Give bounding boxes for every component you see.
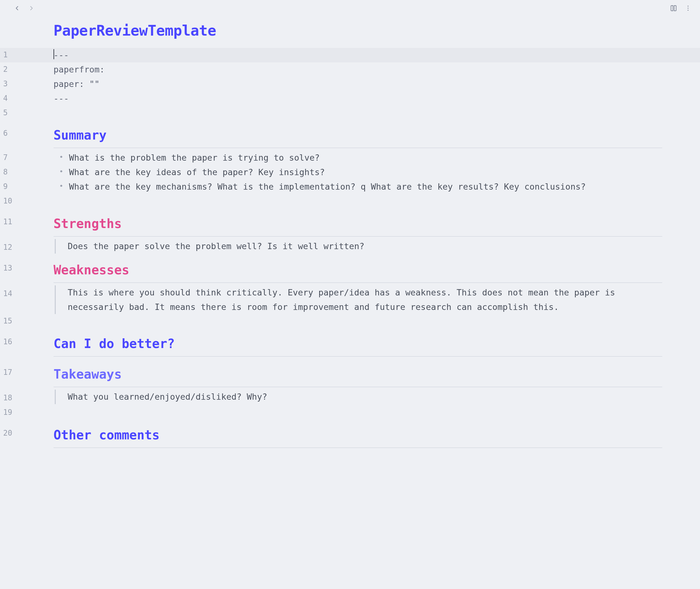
blockquote: This is where you should think criticall… — [55, 285, 700, 314]
editor-line[interactable]: 5 — [0, 106, 700, 120]
editor-line[interactable]: 3 paper: "" — [0, 77, 700, 91]
line-number: 15 — [0, 314, 53, 329]
heading-other-comments: Other comments — [53, 424, 662, 448]
line-number: 17 — [0, 359, 53, 382]
list-item: What are the key ideas of the paper? Key… — [69, 165, 662, 180]
line-number: 1 — [0, 48, 53, 62]
editor-line[interactable]: 18 What you learned/enjoyed/disliked? Wh… — [0, 390, 700, 405]
list-item: What are the key mechanisms? What is the… — [69, 180, 662, 194]
frontmatter-open: --- — [53, 50, 69, 60]
list-item: What is the problem the paper is trying … — [69, 151, 662, 165]
line-number: 13 — [0, 255, 53, 277]
bullet-icon: • — [53, 165, 63, 180]
editor-line[interactable]: 9 • What are the key mechanisms? What is… — [0, 180, 700, 194]
svg-point-0 — [688, 6, 689, 7]
editor-line[interactable]: 19 — [0, 405, 700, 420]
editor-line[interactable]: 1 --- — [0, 48, 700, 62]
line-number: 20 — [0, 420, 53, 442]
line-number: 12 — [0, 239, 53, 255]
more-options-icon[interactable] — [684, 4, 692, 13]
line-number: 10 — [0, 194, 53, 208]
editor-line[interactable]: 14 This is where you should think critic… — [0, 285, 700, 314]
svg-point-2 — [688, 10, 689, 11]
line-number: 19 — [0, 405, 53, 420]
line-number: 16 — [0, 329, 53, 351]
heading-summary: Summary — [53, 125, 662, 148]
document: PaperReviewTemplate 1 --- 2 paperfrom: 3… — [0, 14, 700, 469]
forward-icon[interactable] — [27, 4, 36, 13]
line-number: 8 — [0, 165, 53, 180]
line-number: 18 — [0, 390, 53, 405]
editor-line[interactable]: 15 — [0, 314, 700, 329]
blockquote: What you learned/enjoyed/disliked? Why? — [55, 390, 700, 404]
page-title[interactable]: PaperReviewTemplate — [53, 22, 687, 39]
editor-line[interactable]: 20 Other comments — [0, 420, 700, 450]
back-icon[interactable] — [13, 4, 21, 13]
editor-line[interactable]: 7 • What is the problem the paper is try… — [0, 151, 700, 165]
line-number: 11 — [0, 208, 53, 231]
editor-line[interactable]: 13 Weaknesses — [0, 255, 700, 285]
line-number: 7 — [0, 151, 53, 165]
editor-line[interactable]: 10 — [0, 194, 700, 208]
heading-strengths: Strengths — [53, 213, 662, 236]
frontmatter-line: paperfrom: — [53, 62, 700, 77]
editor-line[interactable]: 6 Summary — [0, 120, 700, 151]
line-number: 3 — [0, 77, 53, 91]
reading-mode-icon[interactable] — [669, 4, 678, 13]
editor-line[interactable]: 8 • What are the key ideas of the paper?… — [0, 165, 700, 180]
editor-line[interactable]: 2 paperfrom: — [0, 62, 700, 77]
heading-weaknesses: Weaknesses — [53, 259, 662, 283]
svg-point-1 — [688, 8, 689, 9]
editor-line[interactable]: 16 Can I do better? — [0, 329, 700, 359]
editor-line[interactable]: 11 Strengths — [0, 208, 700, 239]
bullet-icon: • — [53, 180, 63, 194]
heading-can-i-do-better: Can I do better? — [53, 333, 662, 357]
editor-line[interactable]: 4 --- — [0, 91, 700, 106]
line-number: 2 — [0, 62, 53, 77]
editor-line[interactable]: 12 Does the paper solve the problem well… — [0, 239, 700, 255]
line-number: 14 — [0, 285, 53, 301]
editor-line[interactable]: 17 Takeaways — [0, 359, 700, 390]
bullet-icon: • — [53, 151, 63, 165]
heading-takeaways: Takeaways — [53, 364, 662, 387]
line-number: 9 — [0, 180, 53, 194]
frontmatter-line: paper: "" — [53, 77, 700, 91]
editor-body[interactable]: 1 --- 2 paperfrom: 3 paper: "" 4 --- 5 6… — [0, 48, 700, 450]
blockquote: Does the paper solve the problem well? I… — [55, 239, 700, 253]
line-number: 4 — [0, 91, 53, 106]
line-number: 6 — [0, 120, 53, 143]
frontmatter-close: --- — [53, 91, 700, 106]
line-number: 5 — [0, 106, 53, 120]
toolbar — [0, 0, 700, 14]
